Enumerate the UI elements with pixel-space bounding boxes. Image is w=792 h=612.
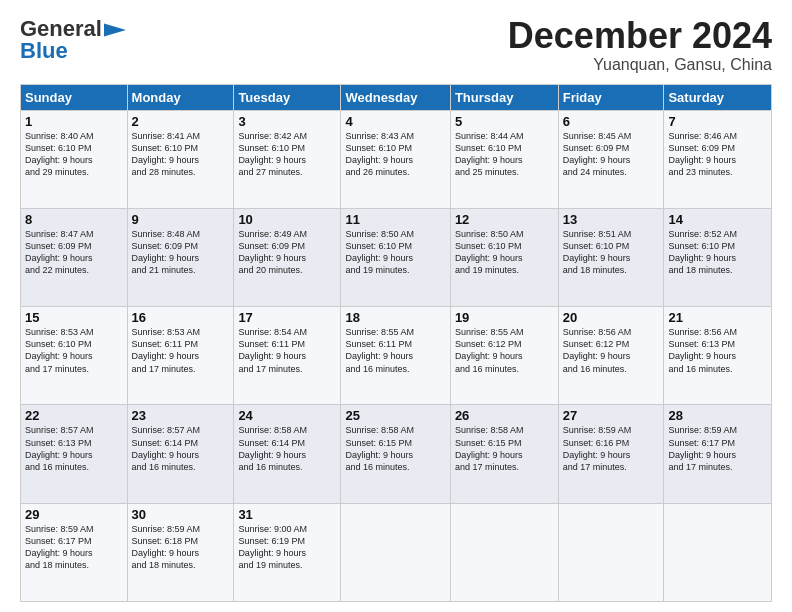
- calendar-cell: 26Sunrise: 8:58 AM Sunset: 6:15 PM Dayli…: [450, 405, 558, 503]
- calendar-cell: 19Sunrise: 8:55 AM Sunset: 6:12 PM Dayli…: [450, 307, 558, 405]
- day-number: 22: [25, 408, 123, 423]
- day-info: Sunrise: 8:58 AM Sunset: 6:15 PM Dayligh…: [455, 424, 554, 473]
- calendar-cell: 24Sunrise: 8:58 AM Sunset: 6:14 PM Dayli…: [234, 405, 341, 503]
- calendar-cell: 30Sunrise: 8:59 AM Sunset: 6:18 PM Dayli…: [127, 503, 234, 601]
- day-info: Sunrise: 8:46 AM Sunset: 6:09 PM Dayligh…: [668, 130, 767, 179]
- logo-blue: Blue: [20, 38, 68, 64]
- day-number: 27: [563, 408, 660, 423]
- header: General Blue December 2024 Yuanquan, Gan…: [20, 16, 772, 74]
- day-info: Sunrise: 8:57 AM Sunset: 6:14 PM Dayligh…: [132, 424, 230, 473]
- day-number: 6: [563, 114, 660, 129]
- header-cell-saturday: Saturday: [664, 84, 772, 110]
- day-number: 16: [132, 310, 230, 325]
- calendar-cell: 21Sunrise: 8:56 AM Sunset: 6:13 PM Dayli…: [664, 307, 772, 405]
- day-number: 4: [345, 114, 445, 129]
- day-info: Sunrise: 8:41 AM Sunset: 6:10 PM Dayligh…: [132, 130, 230, 179]
- calendar-cell: 12Sunrise: 8:50 AM Sunset: 6:10 PM Dayli…: [450, 208, 558, 306]
- calendar-cell: 4Sunrise: 8:43 AM Sunset: 6:10 PM Daylig…: [341, 110, 450, 208]
- calendar-cell: [450, 503, 558, 601]
- calendar-cell: 7Sunrise: 8:46 AM Sunset: 6:09 PM Daylig…: [664, 110, 772, 208]
- day-info: Sunrise: 8:53 AM Sunset: 6:11 PM Dayligh…: [132, 326, 230, 375]
- calendar-cell: 31Sunrise: 9:00 AM Sunset: 6:19 PM Dayli…: [234, 503, 341, 601]
- calendar-cell: 14Sunrise: 8:52 AM Sunset: 6:10 PM Dayli…: [664, 208, 772, 306]
- calendar-cell: 1Sunrise: 8:40 AM Sunset: 6:10 PM Daylig…: [21, 110, 128, 208]
- calendar-cell: 22Sunrise: 8:57 AM Sunset: 6:13 PM Dayli…: [21, 405, 128, 503]
- day-number: 10: [238, 212, 336, 227]
- day-info: Sunrise: 8:51 AM Sunset: 6:10 PM Dayligh…: [563, 228, 660, 277]
- calendar-cell: 29Sunrise: 8:59 AM Sunset: 6:17 PM Dayli…: [21, 503, 128, 601]
- calendar-table: SundayMondayTuesdayWednesdayThursdayFrid…: [20, 84, 772, 602]
- day-info: Sunrise: 8:54 AM Sunset: 6:11 PM Dayligh…: [238, 326, 336, 375]
- calendar-header: SundayMondayTuesdayWednesdayThursdayFrid…: [21, 84, 772, 110]
- day-info: Sunrise: 8:49 AM Sunset: 6:09 PM Dayligh…: [238, 228, 336, 277]
- calendar-cell: 6Sunrise: 8:45 AM Sunset: 6:09 PM Daylig…: [558, 110, 664, 208]
- day-info: Sunrise: 8:44 AM Sunset: 6:10 PM Dayligh…: [455, 130, 554, 179]
- week-row-3: 15Sunrise: 8:53 AM Sunset: 6:10 PM Dayli…: [21, 307, 772, 405]
- day-info: Sunrise: 8:59 AM Sunset: 6:16 PM Dayligh…: [563, 424, 660, 473]
- calendar-cell: 16Sunrise: 8:53 AM Sunset: 6:11 PM Dayli…: [127, 307, 234, 405]
- day-info: Sunrise: 8:59 AM Sunset: 6:17 PM Dayligh…: [25, 523, 123, 572]
- day-number: 21: [668, 310, 767, 325]
- day-info: Sunrise: 8:55 AM Sunset: 6:11 PM Dayligh…: [345, 326, 445, 375]
- day-number: 20: [563, 310, 660, 325]
- week-row-5: 29Sunrise: 8:59 AM Sunset: 6:17 PM Dayli…: [21, 503, 772, 601]
- header-cell-sunday: Sunday: [21, 84, 128, 110]
- day-number: 24: [238, 408, 336, 423]
- day-number: 2: [132, 114, 230, 129]
- svg-marker-0: [104, 23, 126, 36]
- day-number: 11: [345, 212, 445, 227]
- day-number: 19: [455, 310, 554, 325]
- week-row-4: 22Sunrise: 8:57 AM Sunset: 6:13 PM Dayli…: [21, 405, 772, 503]
- day-info: Sunrise: 8:58 AM Sunset: 6:14 PM Dayligh…: [238, 424, 336, 473]
- day-info: Sunrise: 8:50 AM Sunset: 6:10 PM Dayligh…: [345, 228, 445, 277]
- day-number: 17: [238, 310, 336, 325]
- day-info: Sunrise: 8:50 AM Sunset: 6:10 PM Dayligh…: [455, 228, 554, 277]
- calendar-cell: 28Sunrise: 8:59 AM Sunset: 6:17 PM Dayli…: [664, 405, 772, 503]
- day-number: 23: [132, 408, 230, 423]
- day-info: Sunrise: 8:47 AM Sunset: 6:09 PM Dayligh…: [25, 228, 123, 277]
- header-cell-wednesday: Wednesday: [341, 84, 450, 110]
- calendar-cell: 17Sunrise: 8:54 AM Sunset: 6:11 PM Dayli…: [234, 307, 341, 405]
- header-row: SundayMondayTuesdayWednesdayThursdayFrid…: [21, 84, 772, 110]
- day-info: Sunrise: 9:00 AM Sunset: 6:19 PM Dayligh…: [238, 523, 336, 572]
- calendar-cell: 15Sunrise: 8:53 AM Sunset: 6:10 PM Dayli…: [21, 307, 128, 405]
- day-info: Sunrise: 8:40 AM Sunset: 6:10 PM Dayligh…: [25, 130, 123, 179]
- calendar-cell: 20Sunrise: 8:56 AM Sunset: 6:12 PM Dayli…: [558, 307, 664, 405]
- day-number: 29: [25, 507, 123, 522]
- day-info: Sunrise: 8:56 AM Sunset: 6:13 PM Dayligh…: [668, 326, 767, 375]
- day-number: 28: [668, 408, 767, 423]
- day-info: Sunrise: 8:58 AM Sunset: 6:15 PM Dayligh…: [345, 424, 445, 473]
- day-number: 12: [455, 212, 554, 227]
- title-block: December 2024 Yuanquan, Gansu, China: [508, 16, 772, 74]
- day-number: 25: [345, 408, 445, 423]
- day-number: 31: [238, 507, 336, 522]
- day-number: 5: [455, 114, 554, 129]
- day-number: 1: [25, 114, 123, 129]
- calendar-cell: 3Sunrise: 8:42 AM Sunset: 6:10 PM Daylig…: [234, 110, 341, 208]
- calendar-cell: [664, 503, 772, 601]
- week-row-2: 8Sunrise: 8:47 AM Sunset: 6:09 PM Daylig…: [21, 208, 772, 306]
- week-row-1: 1Sunrise: 8:40 AM Sunset: 6:10 PM Daylig…: [21, 110, 772, 208]
- day-info: Sunrise: 8:43 AM Sunset: 6:10 PM Dayligh…: [345, 130, 445, 179]
- logo: General Blue: [20, 16, 126, 64]
- day-number: 18: [345, 310, 445, 325]
- calendar-cell: 25Sunrise: 8:58 AM Sunset: 6:15 PM Dayli…: [341, 405, 450, 503]
- calendar-cell: 8Sunrise: 8:47 AM Sunset: 6:09 PM Daylig…: [21, 208, 128, 306]
- calendar-cell: 5Sunrise: 8:44 AM Sunset: 6:10 PM Daylig…: [450, 110, 558, 208]
- calendar-cell: 10Sunrise: 8:49 AM Sunset: 6:09 PM Dayli…: [234, 208, 341, 306]
- calendar-cell: 23Sunrise: 8:57 AM Sunset: 6:14 PM Dayli…: [127, 405, 234, 503]
- day-number: 9: [132, 212, 230, 227]
- day-info: Sunrise: 8:56 AM Sunset: 6:12 PM Dayligh…: [563, 326, 660, 375]
- day-info: Sunrise: 8:55 AM Sunset: 6:12 PM Dayligh…: [455, 326, 554, 375]
- day-number: 8: [25, 212, 123, 227]
- header-cell-friday: Friday: [558, 84, 664, 110]
- day-info: Sunrise: 8:42 AM Sunset: 6:10 PM Dayligh…: [238, 130, 336, 179]
- logo-arrow-icon: [104, 23, 126, 37]
- calendar-cell: 27Sunrise: 8:59 AM Sunset: 6:16 PM Dayli…: [558, 405, 664, 503]
- day-number: 26: [455, 408, 554, 423]
- calendar-cell: 11Sunrise: 8:50 AM Sunset: 6:10 PM Dayli…: [341, 208, 450, 306]
- calendar-cell: [341, 503, 450, 601]
- day-info: Sunrise: 8:48 AM Sunset: 6:09 PM Dayligh…: [132, 228, 230, 277]
- calendar-body: 1Sunrise: 8:40 AM Sunset: 6:10 PM Daylig…: [21, 110, 772, 601]
- header-cell-monday: Monday: [127, 84, 234, 110]
